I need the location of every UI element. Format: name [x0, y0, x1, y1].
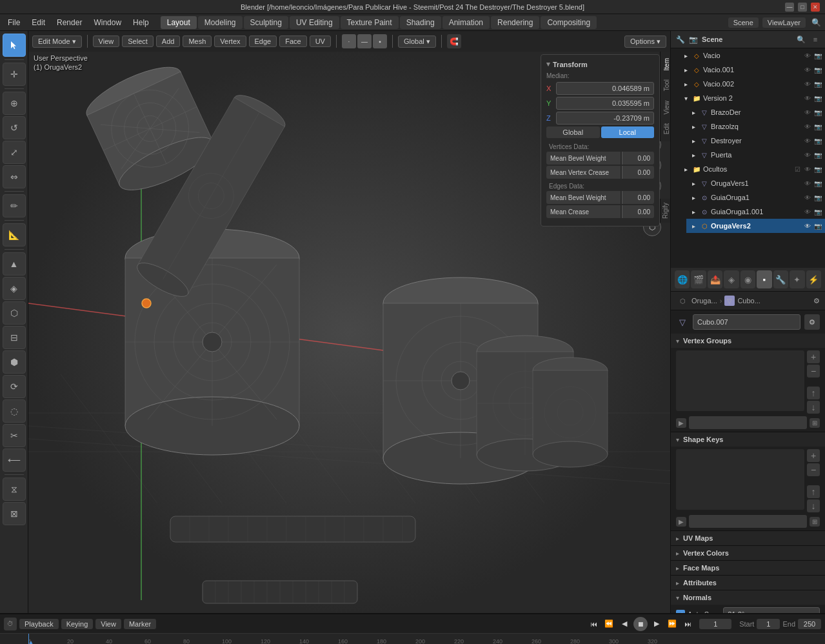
mesh-menu[interactable]: Mesh: [183, 35, 212, 47]
tool-annotate[interactable]: ✏: [3, 194, 26, 217]
minimize-button[interactable]: —: [785, 3, 794, 12]
brazolzq-vis[interactable]: 👁: [803, 122, 812, 131]
scene-icon-2[interactable]: 📷: [688, 34, 699, 45]
ocultos-expand[interactable]: ▸: [681, 165, 690, 174]
outliner-item-orugavers1[interactable]: ▸ ▽ OrugaVers1 👁 📷: [686, 176, 825, 190]
vacio001-vis[interactable]: 👁: [803, 65, 812, 74]
menu-file[interactable]: File: [3, 17, 25, 28]
attributes-header[interactable]: ▸ Attributes: [671, 576, 825, 590]
face-menu[interactable]: Face: [279, 35, 306, 47]
sk-up-btn[interactable]: ↑: [807, 485, 820, 498]
vacio002-vis[interactable]: 👁: [803, 79, 812, 88]
add-menu[interactable]: Add: [156, 35, 181, 47]
vg-down-btn[interactable]: ↓: [807, 401, 820, 414]
face-select-mode[interactable]: ▪: [373, 34, 387, 48]
auto-smooth-checkbox[interactable]: ✓: [676, 610, 685, 613]
orugavers2-render[interactable]: 📷: [813, 221, 822, 230]
mean-bevel-weight-value-v[interactable]: 0.00: [622, 152, 654, 165]
y-input[interactable]: [556, 97, 654, 110]
edit-tab[interactable]: Edit: [662, 119, 669, 138]
stop-btn[interactable]: ⏹: [633, 617, 648, 631]
sk-add-btn[interactable]: +: [807, 449, 820, 462]
vacio001-render[interactable]: 📷: [813, 65, 822, 74]
tool-rip[interactable]: ⊠: [3, 502, 26, 525]
sk-down-btn[interactable]: ↓: [807, 499, 820, 512]
tool-loop-cut[interactable]: ⊟: [3, 326, 26, 349]
tool-bisect[interactable]: ⟵: [3, 448, 26, 472]
vacio-render[interactable]: 📷: [813, 51, 822, 60]
outliner-item-vacio001[interactable]: ▸ ◇ Vacio.001 👁 📷: [679, 63, 825, 77]
tool-scale[interactable]: ⤢: [3, 141, 26, 164]
transform-collapse[interactable]: ▾: [546, 60, 550, 68]
ocultos-check[interactable]: ☑: [793, 165, 802, 174]
normals-header[interactable]: ▾ Normals: [671, 590, 825, 605]
workspace-layout[interactable]: Layout: [161, 16, 197, 29]
menu-help[interactable]: Help: [128, 17, 154, 28]
tool-shear[interactable]: ⧖: [3, 478, 26, 501]
workspace-animation[interactable]: Animation: [442, 16, 490, 29]
jump-start-btn[interactable]: ⏮: [587, 618, 600, 630]
normals-value[interactable]: 31.2°: [723, 607, 820, 613]
workspace-rendering[interactable]: Rendering: [491, 16, 539, 29]
view-menu[interactable]: View: [93, 35, 120, 47]
viewport[interactable]: Edit Mode ▾ View Select Add Mesh Vertex …: [28, 31, 670, 613]
vertex-groups-header[interactable]: ▾ Vertex Groups: [671, 334, 825, 348]
tool-bevel[interactable]: ⬡: [3, 301, 26, 325]
vg-remove-btn[interactable]: −: [807, 365, 820, 377]
z-input[interactable]: [556, 112, 654, 125]
tool-knife[interactable]: ✂: [3, 424, 26, 447]
playback-btn[interactable]: Playback: [19, 619, 59, 629]
step-back-btn[interactable]: ⏪: [602, 618, 615, 630]
tool-extrude[interactable]: ▲: [3, 252, 26, 276]
item-tab[interactable]: Item: [662, 54, 669, 74]
destroyer-expand[interactable]: ▸: [689, 136, 698, 145]
step-fwd-btn[interactable]: ⏩: [666, 618, 679, 630]
outliner-item-destroyer[interactable]: ▸ ▽ Destroyer 👁 📷: [686, 134, 825, 148]
play-btn[interactable]: ▶: [650, 618, 663, 630]
tool-smooth[interactable]: ◌: [3, 399, 26, 423]
vg-add-btn[interactable]: +: [807, 350, 820, 363]
menu-window[interactable]: Window: [88, 17, 126, 28]
props-sidebar[interactable]: ⬡ Oruga... › ▽ Cubo... ⚙ ▽ ⚙ ▾ Vertex Gr…: [671, 292, 825, 613]
current-frame[interactable]: 1: [699, 619, 731, 629]
props-object-icon[interactable]: ▪: [757, 270, 771, 288]
props-particles-icon[interactable]: ✦: [790, 270, 804, 288]
jump-end-btn[interactable]: ⏭: [681, 618, 694, 630]
breadcrumb-oruga[interactable]: Oruga...: [691, 297, 717, 305]
orugavers1-vis[interactable]: 👁: [803, 179, 812, 188]
ocultos-render[interactable]: 📷: [813, 165, 822, 174]
uv-maps-header[interactable]: ▸ UV Maps: [671, 531, 825, 545]
props-physics-icon[interactable]: ⚡: [806, 270, 821, 288]
rigify-tab[interactable]: Rigify: [660, 199, 670, 223]
tool-spin[interactable]: ⟳: [3, 375, 26, 398]
version2-render[interactable]: 📷: [813, 94, 822, 103]
mean-bevel-weight-value-e[interactable]: 0.00: [622, 191, 654, 204]
version2-vis[interactable]: 👁: [803, 94, 812, 103]
props-output-icon[interactable]: 📤: [708, 270, 722, 288]
vacio002-render[interactable]: 📷: [813, 79, 822, 88]
breadcrumb-cubo[interactable]: Cubo...: [737, 297, 760, 305]
brazoder-vis[interactable]: 👁: [803, 108, 812, 117]
brazoder-render[interactable]: 📷: [813, 108, 822, 117]
guiaoruga1001-expand[interactable]: ▸: [689, 207, 698, 216]
face-maps-header[interactable]: ▸ Face Maps: [671, 561, 825, 575]
workspace-sculpting[interactable]: Sculpting: [244, 16, 288, 29]
version2-expand[interactable]: ▾: [681, 94, 690, 103]
tool-rotate[interactable]: ↺: [3, 116, 26, 139]
view-tab[interactable]: View: [662, 97, 669, 119]
sk-remove-btn[interactable]: −: [807, 463, 820, 476]
mean-crease-value[interactable]: 0.00: [622, 205, 654, 218]
tool-tab[interactable]: Tool: [662, 75, 669, 95]
workspace-modeling[interactable]: Modeling: [198, 16, 243, 29]
puerta-vis[interactable]: 👁: [803, 150, 812, 159]
vertex-menu[interactable]: Vertex: [214, 35, 246, 47]
marker-btn[interactable]: Marker: [124, 619, 156, 629]
timeline-icon[interactable]: ⏱: [4, 618, 17, 630]
vacio002-expand[interactable]: ▸: [681, 79, 690, 88]
workspace-shading[interactable]: Shading: [400, 16, 441, 29]
shape-keys-header[interactable]: ▾ Shape Keys: [671, 432, 825, 447]
sk-name-field[interactable]: [689, 515, 807, 528]
vg-name-field[interactable]: [689, 416, 807, 429]
outliner-item-puerta[interactable]: ▸ ▽ Puerta 👁 📷: [686, 148, 825, 162]
tool-inset[interactable]: ◈: [3, 277, 26, 300]
